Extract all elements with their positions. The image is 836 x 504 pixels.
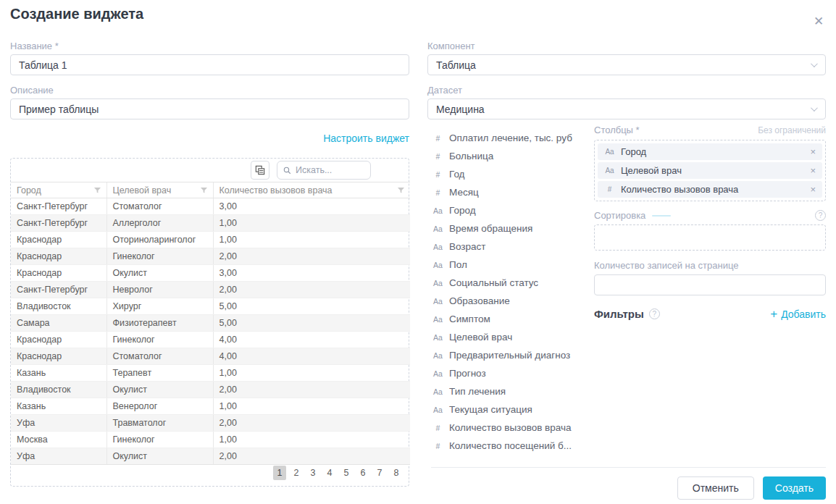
chevron-down-icon [811, 60, 818, 67]
dataset-field-item[interactable]: Aa Пол [432, 256, 587, 274]
footer-divider [431, 467, 826, 468]
name-input[interactable] [10, 54, 409, 75]
component-select[interactable]: Таблица [427, 54, 826, 75]
page-title: Создание виджета [10, 6, 143, 22]
preview-table-header-row: Город Целевой врач Количество вызовов вр… [11, 182, 410, 198]
configure-widget-link[interactable]: Настроить виджет [10, 133, 409, 144]
dataset-field-group: Датасет Медицина [427, 85, 826, 119]
name-field-group: Название * [10, 41, 409, 75]
chevron-down-icon [811, 104, 818, 112]
cell-city: Краснодар [11, 332, 106, 348]
table-row: Владивосток Окулист 2,00 [11, 382, 410, 398]
cell-calls: 2,00 [213, 382, 410, 398]
dataset-select[interactable]: Медицина [427, 98, 826, 119]
table-row: Санкт-Петербург Аллерголог 1,00 [11, 215, 410, 232]
table-row: Казань Терапевт 1,00 [11, 365, 410, 382]
cancel-button[interactable]: Отменить [677, 476, 754, 500]
preview-table: Город Целевой врач Количество вызовов вр… [11, 182, 409, 465]
preview-table-body: Санкт-Петербург Стоматолог 3,00 Санкт-Пе… [11, 198, 410, 465]
description-label: Описание [10, 85, 409, 96]
cell-city: Казань [11, 365, 106, 382]
pagination-page[interactable]: 3 [306, 466, 319, 480]
dataset-field-item[interactable]: # Количество вызовов врача [432, 419, 587, 437]
component-field-group: Компонент Таблица [427, 41, 826, 75]
dataset-field-list: # Оплатил лечение, тыс. руб # Больница #… [432, 129, 587, 455]
remove-chip-icon[interactable]: × [810, 184, 816, 195]
dataset-field-item[interactable]: Aa Возраст [432, 238, 587, 256]
page-size-input[interactable] [594, 274, 826, 295]
cell-doctor: Травматолог [106, 415, 213, 432]
cell-doctor: Стоматолог [106, 198, 213, 215]
field-label: Город [449, 205, 476, 216]
search-icon [283, 167, 291, 175]
field-type-icon: # [432, 152, 444, 161]
add-filter-button[interactable]: + Добавить [770, 308, 826, 320]
dataset-field-item[interactable]: # Оплатил лечение, тыс. руб [432, 129, 587, 147]
selected-column-chip[interactable]: # Количество вызовов врача × [598, 181, 822, 198]
column-chooser-button[interactable] [251, 161, 269, 180]
selected-column-chip[interactable]: Aa Город × [598, 143, 822, 160]
dataset-field-item[interactable]: # Год [432, 165, 587, 183]
page-size-label: Количество записей на странице [594, 260, 826, 271]
pagination-page[interactable]: 4 [323, 466, 336, 480]
search-input[interactable] [296, 165, 364, 175]
filters-label: Фильтры [594, 308, 644, 320]
dataset-field-item[interactable]: Aa Целевой врач [432, 328, 587, 346]
cell-city: Краснодар [11, 248, 106, 265]
filter-funnel-icon[interactable] [93, 186, 102, 195]
field-label: Год [449, 169, 465, 180]
sorting-dropzone[interactable] [594, 224, 826, 251]
dataset-field-item[interactable]: # Месяц [432, 183, 587, 201]
filter-funnel-icon[interactable] [199, 186, 209, 195]
add-filter-label: Добавить [781, 308, 826, 320]
cell-calls: 1,00 [213, 432, 410, 448]
help-icon[interactable]: ? [815, 210, 826, 221]
field-label: Предварительный диагноз [449, 350, 570, 361]
field-label: Целевой врач [449, 332, 512, 343]
table-row: Краснодар Гинеколог 4,00 [11, 332, 410, 348]
pagination-page[interactable]: 6 [356, 466, 369, 480]
field-type-icon: Aa [604, 148, 615, 156]
cell-doctor: Невролог [106, 282, 213, 298]
pagination-page[interactable]: 8 [390, 466, 403, 480]
description-field-group: Описание [10, 85, 409, 119]
dataset-field-item[interactable]: Aa Социальный статус [432, 274, 587, 292]
field-label: Больница [449, 151, 493, 161]
dataset-field-item[interactable]: Aa Симптом [432, 310, 587, 328]
create-button[interactable]: Создать [763, 476, 826, 500]
dataset-field-item[interactable]: Aa Тип лечения [432, 382, 587, 400]
pagination-page[interactable]: 5 [340, 466, 353, 480]
cell-calls: 5,00 [213, 298, 410, 315]
cell-city: Самара [11, 315, 106, 332]
dataset-field-item[interactable]: # Количество посещений б... [432, 437, 587, 455]
footer: Отменить Создать [677, 476, 826, 500]
table-row: Краснодар Гинеколог 2,00 [11, 248, 410, 265]
pagination: 1 2 3 4 5 6 7 8 [273, 466, 403, 480]
dataset-field-item[interactable]: Aa Город [432, 201, 587, 219]
cell-doctor: Хирург [106, 298, 213, 315]
close-icon[interactable]: ✕ [810, 13, 827, 30]
cell-city: Уфа [11, 448, 106, 465]
remove-chip-icon[interactable]: × [810, 146, 816, 157]
cell-calls: 2,00 [213, 448, 410, 465]
selected-column-chip[interactable]: Aa Целевой врач × [598, 162, 822, 179]
table-row: Уфа Окулист 2,00 [11, 448, 410, 465]
dataset-field-item[interactable]: Aa Прогноз [432, 364, 587, 382]
field-type-icon: # [432, 424, 444, 432]
help-icon[interactable]: ? [649, 308, 660, 319]
pagination-page[interactable]: 2 [290, 466, 303, 480]
dataset-field-item[interactable]: Aa Образование [432, 292, 587, 310]
dataset-field-item[interactable]: # Больница [432, 147, 587, 165]
description-input[interactable] [10, 98, 409, 119]
pagination-page[interactable]: 7 [373, 466, 386, 480]
dataset-field-item[interactable]: Aa Время обращения [432, 219, 587, 238]
field-label: Месяц [449, 187, 479, 198]
dataset-field-item[interactable]: Aa Текущая ситуация [432, 400, 587, 419]
columns-dropzone[interactable]: Aa Город × Aa Целевой врач × # Количеств… [594, 140, 826, 201]
column-header-doctor: Целевой врач [106, 182, 213, 198]
dataset-field-item[interactable]: Aa Предварительный диагноз [432, 346, 587, 364]
remove-chip-icon[interactable]: × [810, 165, 816, 176]
pagination-page[interactable]: 1 [273, 466, 286, 480]
table-row: Самара Физиотерапевт 5,00 [11, 315, 410, 332]
filter-funnel-icon[interactable] [396, 186, 406, 195]
